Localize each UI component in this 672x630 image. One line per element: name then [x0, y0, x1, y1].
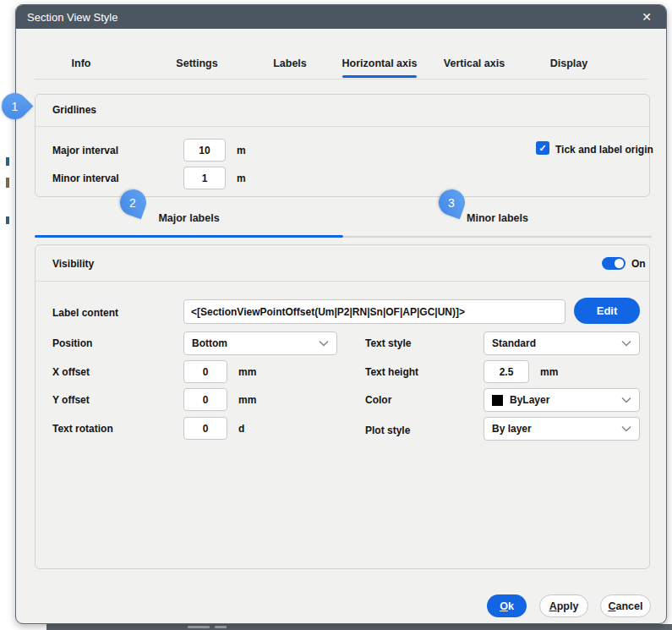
- tab-vertical-axis[interactable]: Vertical axis: [444, 58, 505, 69]
- text-rotation-unit: d: [238, 423, 244, 435]
- gridlines-title: Gridlines: [52, 104, 96, 116]
- tabs-divider: [35, 79, 647, 79]
- minor-interval-unit: m: [237, 173, 246, 184]
- x-offset-label: X offset: [52, 366, 90, 378]
- x-offset-input[interactable]: [183, 360, 227, 383]
- x-offset-unit: mm: [238, 366, 256, 378]
- major-interval-input[interactable]: [183, 139, 226, 162]
- dialog-title: Section View Style: [27, 11, 117, 24]
- tab-settings[interactable]: Settings: [176, 58, 217, 69]
- position-label: Position: [52, 337, 92, 349]
- subtab-minor-labels-label: Minor labels: [343, 212, 652, 224]
- tab-info[interactable]: Info: [72, 58, 91, 69]
- subtab-major-labels[interactable]: Major labels: [35, 204, 343, 238]
- minor-interval-label: Minor interval: [52, 173, 119, 184]
- chevron-down-icon: [621, 340, 631, 347]
- text-height-input[interactable]: [484, 360, 529, 383]
- position-dropdown[interactable]: Bottom: [183, 331, 337, 355]
- y-offset-label: Y offset: [52, 394, 90, 406]
- gridlines-divider: [36, 126, 649, 127]
- visibility-state: On: [631, 258, 646, 270]
- y-offset-input[interactable]: [183, 388, 227, 411]
- color-label: Color: [365, 394, 391, 406]
- cancel-button[interactable]: Cancel: [600, 594, 651, 617]
- callout-1-number: 1: [12, 99, 19, 112]
- plot-style-label: Plot style: [365, 425, 410, 436]
- chevron-down-icon: [621, 425, 631, 432]
- edit-button[interactable]: Edit: [574, 298, 640, 324]
- subtab-major-labels-label: Major labels: [35, 212, 343, 224]
- text-height-unit: mm: [540, 366, 558, 378]
- minor-interval-input[interactable]: [183, 167, 226, 189]
- background-statusbar-text-fragment: [188, 626, 210, 628]
- tab-horizontal-axis[interactable]: Horizontal axis: [342, 58, 418, 69]
- plot-style-dropdown[interactable]: By layer: [484, 417, 640, 441]
- chevron-down-icon: [621, 397, 631, 403]
- label-content-input[interactable]: [183, 299, 565, 324]
- callout-3-number: 3: [449, 195, 456, 209]
- visibility-divider: [36, 281, 649, 282]
- background-statusbar-strip: [46, 624, 672, 630]
- tick-and-label-origin-checkbox[interactable]: ✓: [536, 141, 549, 155]
- major-interval-unit: m: [237, 145, 246, 156]
- toggle-knob: [615, 259, 624, 268]
- close-icon[interactable]: ✕: [636, 7, 658, 27]
- color-dropdown[interactable]: ByLayer: [484, 388, 640, 412]
- text-style-dropdown[interactable]: Standard: [484, 331, 640, 355]
- section-view-style-dialog: Section View Style ✕ Info Settings Label…: [15, 4, 667, 624]
- text-style-value: Standard: [492, 337, 616, 349]
- background-edge-artifact: [6, 157, 9, 166]
- text-rotation-label: Text rotation: [52, 423, 113, 435]
- text-style-label: Text style: [365, 337, 411, 349]
- callout-2-number: 2: [130, 195, 137, 209]
- background-edge-artifact: [6, 216, 9, 224]
- tab-labels[interactable]: Labels: [273, 58, 307, 69]
- active-tab-underline: [342, 75, 417, 78]
- background-edge-artifact: [6, 178, 9, 188]
- color-value: ByLayer: [510, 394, 616, 406]
- subtab-minor-underline: [343, 236, 652, 238]
- y-offset-unit: mm: [238, 394, 256, 406]
- visibility-label: Visibility: [52, 258, 94, 270]
- color-swatch: [492, 395, 503, 406]
- position-value: Bottom: [192, 337, 314, 349]
- tick-and-label-origin-label: Tick and label origin: [555, 144, 653, 156]
- subtab-minor-labels[interactable]: Minor labels: [343, 204, 652, 238]
- text-height-label: Text height: [365, 366, 418, 378]
- apply-button[interactable]: Apply: [539, 594, 588, 617]
- visibility-toggle[interactable]: [602, 257, 626, 270]
- major-interval-label: Major interval: [52, 145, 118, 156]
- text-rotation-input[interactable]: [183, 417, 227, 440]
- plot-style-value: By layer: [492, 423, 616, 435]
- background-statusbar-text-fragment: [215, 626, 227, 628]
- gridlines-group: Gridlines Major interval m ✓ Tick and la…: [35, 94, 650, 197]
- subtab-major-underline: [35, 235, 343, 238]
- label-content-label: Label content: [52, 307, 118, 319]
- major-labels-panel: Visibility On Label content Edit Positio…: [35, 244, 650, 569]
- chevron-down-icon: [319, 340, 329, 347]
- ok-button[interactable]: Ok: [487, 594, 527, 617]
- dialog-titlebar: Section View Style ✕: [16, 5, 666, 29]
- tab-display[interactable]: Display: [550, 58, 587, 69]
